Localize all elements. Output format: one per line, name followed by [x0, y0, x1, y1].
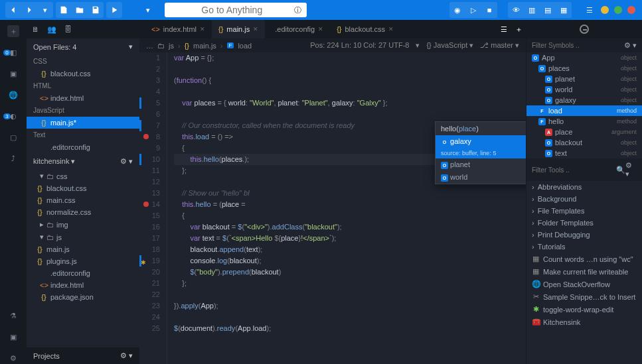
minimize-button[interactable] — [601, 6, 609, 14]
code-line[interactable] — [174, 312, 526, 323]
panel-indicator[interactable] — [580, 25, 589, 34]
file-item[interactable]: <>index.html — [27, 279, 139, 291]
tool-item[interactable]: ✂Sample Snippe…ck to Insert — [526, 290, 642, 303]
beaker-icon[interactable]: ⚗ — [7, 310, 19, 322]
project-header[interactable]: kitchensink ▾⚙ ▾ — [27, 153, 139, 170]
editor-tab[interactable]: .editorconfig✕ — [265, 20, 330, 38]
rail-item-4[interactable]: 3◐ — [7, 110, 19, 122]
open-button[interactable] — [72, 3, 87, 17]
symbol-item[interactable]: Ogalaxyobject — [526, 95, 642, 105]
split-h-button[interactable]: ▤ — [540, 3, 555, 17]
symbol-item[interactable]: Fhellomethod — [526, 116, 642, 127]
folder-item[interactable]: ▸🗀img — [27, 218, 139, 231]
play-button[interactable] — [107, 3, 121, 17]
file-item[interactable]: .editorconfig — [27, 267, 139, 279]
line-number[interactable]: 7 — [139, 120, 160, 131]
play-macro-button[interactable]: ▷ — [466, 3, 481, 17]
projects-header[interactable]: Projects⚙ ▾ — [27, 347, 139, 364]
gear-icon[interactable]: ⚙ ▾ — [625, 161, 637, 178]
recent-dropdown[interactable]: ▾ — [38, 3, 52, 17]
tool-category[interactable]: ›Tutorials — [526, 241, 642, 253]
tool-category[interactable]: ›Abbreviations — [526, 181, 642, 193]
search-icon[interactable]: 🔍 — [616, 166, 625, 174]
tool-item[interactable]: ▦Make current file writeable — [526, 265, 642, 278]
editor-tab[interactable]: <>index.html✕ — [145, 20, 212, 38]
line-number[interactable]: 24 — [139, 312, 160, 323]
menu-button[interactable]: ☰ — [582, 3, 597, 17]
preview-button[interactable]: 👁 — [509, 3, 523, 17]
close-tab-icon[interactable]: ✕ — [388, 26, 394, 32]
completion-item[interactable]: O planetobject — [436, 158, 526, 171]
breakpoint-icon[interactable] — [143, 202, 149, 207]
line-number[interactable]: 3 — [139, 75, 160, 86]
crumb-js[interactable]: js — [169, 42, 174, 50]
line-number[interactable]: ▏5 — [139, 97, 160, 109]
close-window-button[interactable] — [627, 6, 635, 14]
code-line[interactable]: var places = { world: "World", planet: "… — [174, 97, 526, 109]
crumb-symbol[interactable]: load — [238, 42, 252, 50]
line-number[interactable]: 2 — [139, 64, 160, 75]
editor-tab[interactable]: {}blackout.css✕ — [330, 20, 400, 38]
goto-search[interactable]: ⓘ — [165, 3, 307, 17]
new-tab-button[interactable]: ＋ — [511, 22, 526, 36]
code-line[interactable] — [174, 289, 526, 300]
symbol-item[interactable]: Oblackoutobject — [526, 137, 642, 148]
maximize-button[interactable] — [614, 6, 622, 14]
code-line[interactable] — [174, 64, 526, 75]
line-number[interactable]: 17 — [139, 233, 160, 244]
crumb-ellipsis[interactable]: … — [146, 42, 153, 50]
record-button[interactable]: ◉ — [450, 3, 465, 17]
rail-item-2[interactable]: ▣ — [7, 68, 19, 80]
terminal-icon[interactable]: ▣ — [7, 331, 19, 343]
code-line[interactable]: }).apply(App); — [174, 300, 526, 312]
close-tab-icon[interactable]: ✕ — [318, 26, 323, 32]
code-line[interactable]: { — [174, 210, 526, 221]
code-line[interactable]: $(document).ready(App.load); — [174, 323, 526, 334]
save-button[interactable] — [88, 3, 103, 17]
folder-item[interactable]: ▾🗀js — [27, 231, 139, 243]
code-line[interactable]: // Show our "hello" bl — [174, 188, 526, 199]
completion-item[interactable]: O galaxyobject — [436, 135, 526, 148]
tool-item[interactable]: 🌐Open StackOverflow — [526, 278, 642, 290]
code-line[interactable]: blackout.append(text); — [174, 244, 526, 255]
rail-item-6[interactable]: ⤴ — [7, 152, 19, 164]
file-item[interactable]: {}package.json — [27, 291, 139, 303]
line-number[interactable]: 12 — [139, 176, 160, 188]
line-number[interactable]: 4 — [139, 86, 160, 97]
open-file-item[interactable]: {}main.js* — [27, 117, 139, 129]
line-number[interactable]: 23 — [139, 300, 160, 312]
symbol-item[interactable]: Oplanetobject — [526, 74, 642, 84]
line-number[interactable]: 20 — [139, 267, 160, 278]
open-file-item[interactable]: {}blackout.css — [27, 68, 139, 80]
tab-list-button[interactable]: ☰ — [497, 22, 511, 36]
gear-icon[interactable]: ⚙ ▾ — [624, 41, 637, 50]
tool-item[interactable]: ▦Count words …n using "wc" — [526, 253, 642, 265]
sb-db-icon[interactable]: 🗄 — [64, 25, 72, 33]
code-line[interactable]: }; — [174, 278, 526, 289]
crumb-file[interactable]: main.js — [193, 42, 216, 50]
tool-item[interactable]: 🧰Kitchensink — [526, 316, 642, 328]
line-number[interactable]: 16 — [139, 221, 160, 233]
code-line[interactable]: $("body").prepend(blackout) — [174, 267, 526, 278]
code-line[interactable]: console.log(blackout); — [174, 255, 526, 267]
lang-status[interactable]: {} JavaScript ▾ — [426, 41, 473, 50]
line-number[interactable]: 22 — [139, 289, 160, 300]
symbols-filter-input[interactable] — [532, 42, 624, 49]
line-number[interactable]: 14 — [139, 199, 160, 210]
editor-tab[interactable]: {}main.js✕ — [212, 20, 265, 38]
line-number[interactable]: 21 — [139, 278, 160, 289]
code-line[interactable] — [174, 109, 526, 120]
code-line[interactable]: this.hello = (place = — [174, 199, 526, 210]
symbol-item[interactable]: Aplaceargument — [526, 127, 642, 137]
open-files-header[interactable]: Open Files: 4▾ — [27, 38, 139, 55]
line-number[interactable]: 9 — [139, 143, 160, 154]
tool-category[interactable]: ›Print Debugging — [526, 229, 642, 241]
tool-category[interactable]: ›Background — [526, 193, 642, 205]
code-line[interactable]: var App = {}; — [174, 52, 526, 64]
toolbar-dropdown[interactable]: ▾ — [141, 3, 155, 17]
completion-item[interactable]: O worldobject — [436, 171, 526, 184]
open-file-item[interactable]: <>index.html — [27, 92, 139, 104]
close-tab-icon[interactable]: ✕ — [253, 26, 258, 32]
code-line[interactable] — [174, 86, 526, 97]
symbols-filter[interactable]: ⚙ ▾ — [526, 38, 642, 52]
